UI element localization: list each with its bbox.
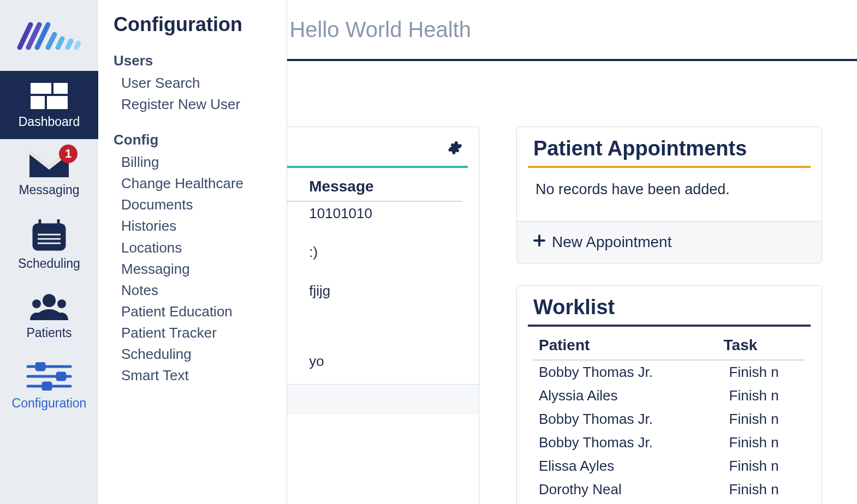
table-row[interactable]: Bobby Thomas Jr. Finish n [533,431,805,454]
org-name: Hello World Health [289,17,471,42]
flyout-link-documents[interactable]: Documents [114,194,270,215]
rail-label: Messaging [19,183,79,197]
rail-label: Configuration [12,396,87,411]
rail-label: Dashboard [19,115,80,129]
flyout-link-register-new-user[interactable]: Register New User [114,94,270,115]
table-row[interactable]: Bobby Thomas Jr. Finish n [533,407,805,431]
sliders-icon [26,362,73,391]
flyout-title: Configuration [114,13,270,36]
worklist-header: Worklist [517,286,822,325]
flyout-link-patient-education[interactable]: Patient Education [114,301,270,322]
appointments-body: No records have been added. [517,168,822,221]
svg-line-4 [58,39,62,47]
flyout-group-users: Users [114,52,270,69]
gear-icon[interactable] [447,140,462,158]
flyout-link-patient-tracker[interactable]: Patient Tracker [114,322,270,344]
logo-icon [16,20,82,51]
table-row[interactable]: Alyssia Ailes Finish n [533,384,805,407]
svg-point-18 [32,299,41,308]
appointments-panel: Patient Appointments No records have bee… [516,127,822,263]
svg-rect-7 [31,83,51,94]
rail-item-dashboard[interactable]: Dashboard [0,71,98,139]
svg-rect-8 [53,83,68,94]
flyout-group-config: Config [114,131,270,148]
flyout-link-notes[interactable]: Notes [114,280,270,301]
flyout-link-scheduling[interactable]: Scheduling [114,344,270,365]
new-appointment-label: New Appointment [552,233,671,251]
worklist-body: Patient Task Bobby Thomas Jr. Finish n A… [517,327,822,504]
rail-label: Patients [26,326,72,340]
svg-rect-25 [43,383,51,389]
svg-line-5 [68,41,71,47]
worklist-col-patient: Patient [533,332,724,360]
flyout-link-user-search[interactable]: User Search [114,73,270,94]
rail-item-patients[interactable]: Patients [0,281,98,350]
worklist-col-task: Task [724,332,805,360]
appointments-title: Patient Appointments [533,137,747,160]
configuration-flyout: Configuration Users User Search Register… [98,0,287,504]
svg-point-19 [57,299,66,308]
right-column: Patient Appointments No records have bee… [516,127,822,504]
appointments-empty-text: No records have been added. [533,173,805,210]
messages-col2-header: Message [303,173,462,201]
svg-rect-11 [34,225,64,249]
calendar-icon [32,219,66,251]
worklist-title: Worklist [533,296,615,319]
table-row[interactable]: Bobby Thomas Jr. Finish n [533,360,805,384]
flyout-link-locations[interactable]: Locations [114,237,270,259]
svg-rect-24 [57,373,65,380]
svg-line-3 [48,34,55,47]
svg-point-17 [43,294,56,307]
dashboard-icon [31,83,68,109]
flyout-link-billing[interactable]: Billing [114,152,270,173]
svg-rect-10 [47,96,68,109]
rail-label: Scheduling [18,256,80,271]
worklist-panel: Worklist Patient Task [516,285,822,504]
nav-rail: Dashboard 1 Messaging Scheduling [0,0,98,504]
users-icon [30,293,68,320]
flyout-link-smart-text[interactable]: Smart Text [114,365,270,386]
rail-item-scheduling[interactable]: Scheduling [0,207,98,281]
new-appointment-button[interactable]: New Appointment [517,221,822,263]
table-row[interactable]: Elissa Ayles Finish n [533,454,805,478]
messaging-badge: 1 [59,145,78,163]
flyout-link-change-healthcare[interactable]: Change Healthcare [114,173,270,194]
svg-line-6 [76,43,79,47]
rail-item-configuration[interactable]: Configuration [0,350,98,421]
svg-rect-23 [37,363,44,370]
svg-rect-9 [31,96,45,109]
rail-item-messaging[interactable]: 1 Messaging [0,139,98,207]
worklist-table: Patient Task Bobby Thomas Jr. Finish n A… [533,332,805,501]
flyout-link-histories[interactable]: Histories [114,215,270,237]
app-logo [0,0,98,71]
flyout-link-messaging[interactable]: Messaging [114,259,270,280]
table-row[interactable]: Dorothy Neal Finish n [533,478,805,501]
appointments-header: Patient Appointments [517,127,822,166]
plus-icon [533,235,545,250]
